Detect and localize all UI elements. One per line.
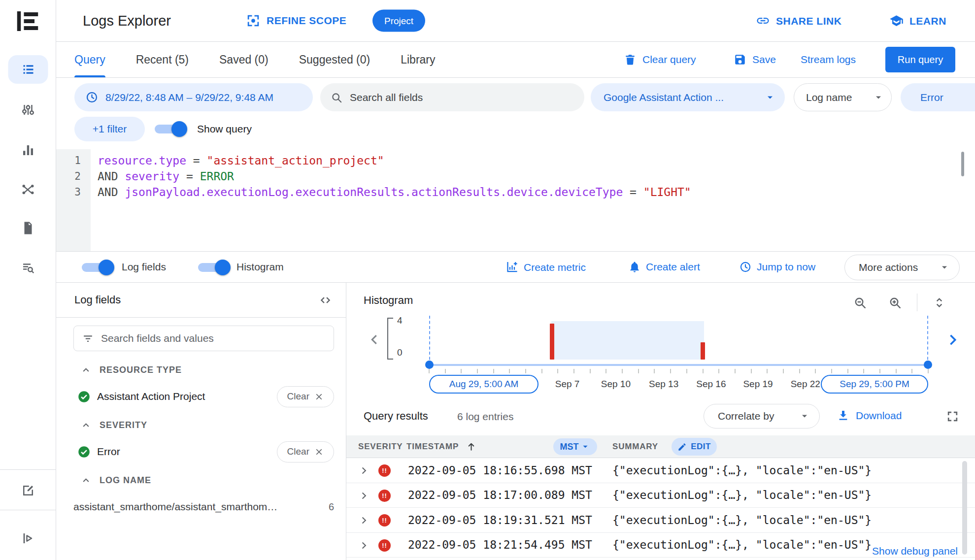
sidebar-item-open-panel[interactable]: [17, 527, 39, 550]
log-name-filter-dropdown[interactable]: Log name: [794, 83, 892, 111]
fullscreen-button[interactable]: [945, 409, 960, 424]
histogram-bar[interactable]: [701, 342, 705, 360]
save-button[interactable]: Save: [734, 53, 776, 66]
sidebar-item-logs-trace[interactable]: [17, 178, 39, 200]
query-editor[interactable]: 123 resource.type = "assistant_action_pr…: [56, 149, 975, 251]
refine-scope-button[interactable]: REFINE SCOPE: [246, 13, 346, 28]
code-brackets-icon[interactable]: [319, 294, 332, 307]
axis-tick: [815, 369, 816, 373]
project-scope-badge[interactable]: Project: [372, 10, 425, 32]
time-range-filter[interactable]: 8/29/22, 8:48 AM – 9/29/22, 9:48 AM: [74, 83, 313, 111]
zoom-out-button[interactable]: [853, 296, 867, 310]
axis-tick: [831, 369, 832, 373]
histogram-range-handle-start[interactable]: [425, 361, 434, 369]
code-token: "LIGHT": [643, 186, 691, 198]
tab-library[interactable]: Library: [401, 42, 435, 77]
range-end-pill[interactable]: Sep 29, 5:00 PM: [821, 375, 928, 394]
axis-tick: [686, 369, 687, 373]
log-name-value-item[interactable]: assistant_smarthome/assistant_smarthom… …: [56, 494, 346, 520]
axis-tick: [767, 369, 768, 373]
log-entry-row[interactable]: !!2022-09-05 18:17:00.089 MST{"execution…: [346, 483, 975, 508]
chevron-up-icon: [80, 475, 92, 486]
section-resource-type[interactable]: RESOURCE TYPE: [56, 359, 346, 381]
download-button[interactable]: Download: [837, 409, 902, 422]
run-query-button[interactable]: Run query: [885, 47, 955, 72]
log-fields-toggle[interactable]: [80, 259, 114, 276]
timezone-dropdown[interactable]: MST: [553, 438, 597, 455]
code-token: =: [186, 154, 207, 167]
tab-suggested[interactable]: Suggested (0): [299, 42, 370, 77]
log-fields-search-input[interactable]: [101, 332, 326, 344]
clear-resource-filter-button[interactable]: Clear: [277, 386, 334, 407]
more-actions-dropdown[interactable]: More actions: [844, 255, 960, 280]
sidebar-item-logs-storage[interactable]: [17, 217, 39, 239]
resource-filter-dropdown[interactable]: Google Assistant Action ...: [591, 83, 785, 111]
editor-scrollbar-thumb[interactable]: [961, 152, 964, 176]
jump-to-now-button[interactable]: Jump to now: [739, 261, 815, 273]
tab-label: Library: [401, 53, 435, 66]
histogram-bar[interactable]: [550, 324, 554, 360]
sidebar-item-logs-metrics[interactable]: [17, 139, 39, 162]
more-filters-button[interactable]: +1 filter: [74, 117, 145, 141]
log-timestamp: 2022-09-05 18:17:00.089 MST: [408, 489, 592, 501]
query-code-line[interactable]: AND jsonPayload.executionLog.executionRe…: [98, 184, 960, 200]
zoom-in-button[interactable]: [888, 296, 902, 310]
show-query-toggle[interactable]: [153, 120, 187, 138]
sidebar-item-logs-explorer[interactable]: [8, 55, 48, 84]
histogram-toggle-label: Histogram: [236, 261, 284, 273]
show-debug-panel-link[interactable]: Show debug panel: [872, 545, 958, 557]
show-query-label: Show query: [197, 123, 252, 135]
share-link-button[interactable]: SHARE LINK: [756, 14, 841, 28]
expand-histogram-button[interactable]: [932, 296, 946, 310]
tab-query[interactable]: Query: [74, 42, 105, 77]
query-results-panel: Query results 6 log entries Correlate by…: [346, 401, 975, 560]
sidebar-item-compose[interactable]: [17, 479, 39, 502]
expand-row-icon[interactable]: [358, 540, 370, 551]
tab-saved[interactable]: Saved (0): [219, 42, 269, 77]
log-entry-row[interactable]: !!2022-09-05 18:16:55.698 MST{"execution…: [346, 458, 975, 483]
axis-tick: [429, 369, 430, 373]
tab-recent[interactable]: Recent (5): [136, 42, 189, 77]
expand-row-icon[interactable]: [358, 515, 370, 526]
logs-explorer-logo[interactable]: [13, 6, 42, 36]
axis-tick: [847, 369, 848, 373]
section-severity[interactable]: SEVERITY: [56, 414, 346, 436]
error-severity-icon: !!: [378, 539, 391, 552]
sidebar-item-log-analytics[interactable]: [17, 257, 39, 279]
log-name-filter-label: Log name: [806, 92, 852, 103]
learn-button[interactable]: LEARN: [889, 14, 946, 28]
edit-summary-button[interactable]: EDIT: [672, 438, 717, 456]
histogram-range-handle-end[interactable]: [924, 361, 932, 369]
clear-label: Clear: [287, 391, 309, 402]
histogram-slider-track[interactable]: [429, 364, 928, 366]
range-start-pill[interactable]: Aug 29, 5:00 AM: [429, 375, 538, 394]
correlate-by-dropdown[interactable]: Correlate by: [704, 404, 820, 428]
section-log-name[interactable]: LOG NAME: [56, 469, 346, 492]
histogram-scroll-left-button[interactable]: [367, 332, 382, 347]
trash-icon: [624, 53, 637, 66]
y-axis-min: 0: [397, 347, 403, 358]
severity-filter-label: Error: [920, 92, 943, 103]
severity-filter-dropdown[interactable]: Error: [901, 83, 975, 111]
query-code-line[interactable]: resource.type = "assistant_action_projec…: [98, 153, 960, 168]
log-entry-row[interactable]: !!2022-09-05 18:19:31.521 MST{"execution…: [346, 508, 975, 533]
log-summary: {"executionLog":{…}, "locale":"en-US"}: [612, 538, 872, 551]
expand-row-icon[interactable]: [358, 465, 370, 476]
crossing-routes-icon: [21, 182, 35, 197]
expand-row-icon[interactable]: [358, 490, 370, 501]
edit-box-icon: [21, 483, 35, 498]
stream-logs-button[interactable]: Stream logs: [801, 54, 856, 66]
histogram-toggle[interactable]: [196, 259, 231, 276]
sort-by-timestamp-button[interactable]: TIMESTAMP: [406, 441, 477, 452]
clear-severity-filter-button[interactable]: Clear: [277, 441, 334, 462]
clear-query-button[interactable]: Clear query: [624, 53, 696, 66]
refine-scope-label: REFINE SCOPE: [267, 15, 346, 27]
query-code-line[interactable]: AND severity = ERROR: [98, 168, 960, 184]
create-alert-button[interactable]: Create alert: [628, 261, 700, 273]
sidebar-item-log-router[interactable]: [17, 99, 39, 121]
search-all-fields-input[interactable]: [350, 92, 574, 103]
histogram-scroll-right-button[interactable]: [944, 331, 961, 348]
results-scrollbar-thumb[interactable]: [962, 461, 967, 555]
axis-tick: [605, 369, 606, 373]
create-metric-button[interactable]: Create metric: [505, 261, 586, 274]
